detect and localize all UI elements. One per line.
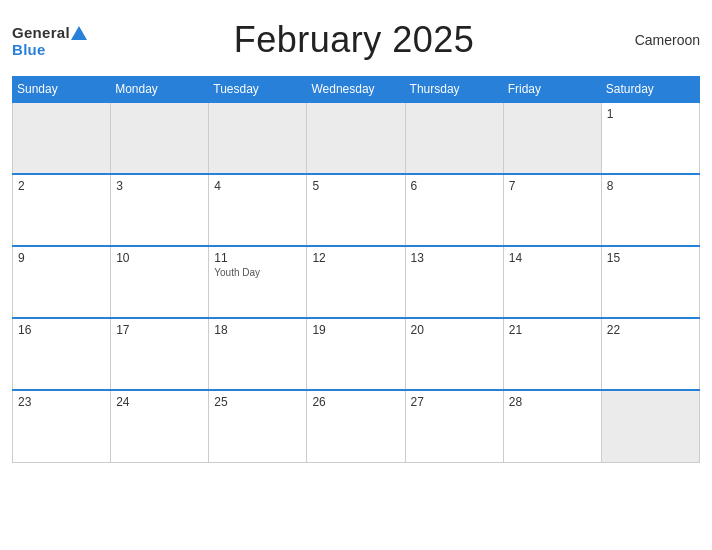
day-number: 26 <box>312 395 399 409</box>
table-row: 26 <box>307 390 405 462</box>
table-row: 12 <box>307 246 405 318</box>
logo-blue-text: Blue <box>12 42 46 57</box>
calendar-week-row: 16171819202122 <box>13 318 700 390</box>
table-row: 19 <box>307 318 405 390</box>
day-number: 22 <box>607 323 694 337</box>
table-row: 16 <box>13 318 111 390</box>
day-number: 27 <box>411 395 498 409</box>
table-row: 8 <box>601 174 699 246</box>
table-row: 18 <box>209 318 307 390</box>
table-row: 11Youth Day <box>209 246 307 318</box>
table-row: 23 <box>13 390 111 462</box>
table-row: 5 <box>307 174 405 246</box>
table-row <box>405 102 503 174</box>
day-number: 15 <box>607 251 694 265</box>
day-number: 23 <box>18 395 105 409</box>
table-row <box>209 102 307 174</box>
day-number: 20 <box>411 323 498 337</box>
table-row <box>601 390 699 462</box>
day-number: 13 <box>411 251 498 265</box>
day-number: 8 <box>607 179 694 193</box>
col-thursday: Thursday <box>405 77 503 103</box>
col-monday: Monday <box>111 77 209 103</box>
holiday-label: Youth Day <box>214 267 301 278</box>
day-number: 17 <box>116 323 203 337</box>
calendar-title-block: February 2025 <box>88 19 620 61</box>
logo: General Blue <box>12 24 88 57</box>
day-number: 12 <box>312 251 399 265</box>
day-number: 4 <box>214 179 301 193</box>
table-row <box>307 102 405 174</box>
day-number: 1 <box>607 107 694 121</box>
day-number: 10 <box>116 251 203 265</box>
table-row: 20 <box>405 318 503 390</box>
table-row: 10 <box>111 246 209 318</box>
table-row: 24 <box>111 390 209 462</box>
table-row <box>13 102 111 174</box>
logo-triangle-icon <box>70 24 88 42</box>
calendar-title: February 2025 <box>234 19 475 60</box>
day-number: 6 <box>411 179 498 193</box>
day-number: 19 <box>312 323 399 337</box>
col-wednesday: Wednesday <box>307 77 405 103</box>
table-row: 9 <box>13 246 111 318</box>
table-row <box>111 102 209 174</box>
calendar-week-row: 1 <box>13 102 700 174</box>
table-row: 28 <box>503 390 601 462</box>
table-row: 22 <box>601 318 699 390</box>
day-number: 3 <box>116 179 203 193</box>
calendar-table: Sunday Monday Tuesday Wednesday Thursday… <box>12 76 700 463</box>
table-row: 27 <box>405 390 503 462</box>
col-sunday: Sunday <box>13 77 111 103</box>
day-number: 25 <box>214 395 301 409</box>
day-number: 11 <box>214 251 301 265</box>
calendar-week-row: 2345678 <box>13 174 700 246</box>
calendar-page: General Blue February 2025 Cameroon Sund… <box>0 0 712 550</box>
calendar-header-row: Sunday Monday Tuesday Wednesday Thursday… <box>13 77 700 103</box>
day-number: 2 <box>18 179 105 193</box>
day-number: 14 <box>509 251 596 265</box>
calendar-week-row: 232425262728 <box>13 390 700 462</box>
day-number: 5 <box>312 179 399 193</box>
day-number: 28 <box>509 395 596 409</box>
country-label: Cameroon <box>620 32 700 48</box>
day-number: 24 <box>116 395 203 409</box>
table-row: 7 <box>503 174 601 246</box>
table-row: 13 <box>405 246 503 318</box>
calendar-week-row: 91011Youth Day12131415 <box>13 246 700 318</box>
day-number: 16 <box>18 323 105 337</box>
calendar-header: General Blue February 2025 Cameroon <box>12 10 700 70</box>
table-row <box>503 102 601 174</box>
col-saturday: Saturday <box>601 77 699 103</box>
table-row: 25 <box>209 390 307 462</box>
svg-marker-0 <box>71 26 87 40</box>
table-row: 1 <box>601 102 699 174</box>
table-row: 15 <box>601 246 699 318</box>
day-number: 18 <box>214 323 301 337</box>
table-row: 6 <box>405 174 503 246</box>
col-tuesday: Tuesday <box>209 77 307 103</box>
day-number: 21 <box>509 323 596 337</box>
table-row: 17 <box>111 318 209 390</box>
logo-general-text: General <box>12 25 70 40</box>
col-friday: Friday <box>503 77 601 103</box>
day-number: 9 <box>18 251 105 265</box>
table-row: 21 <box>503 318 601 390</box>
day-number: 7 <box>509 179 596 193</box>
table-row: 2 <box>13 174 111 246</box>
table-row: 3 <box>111 174 209 246</box>
table-row: 4 <box>209 174 307 246</box>
table-row: 14 <box>503 246 601 318</box>
